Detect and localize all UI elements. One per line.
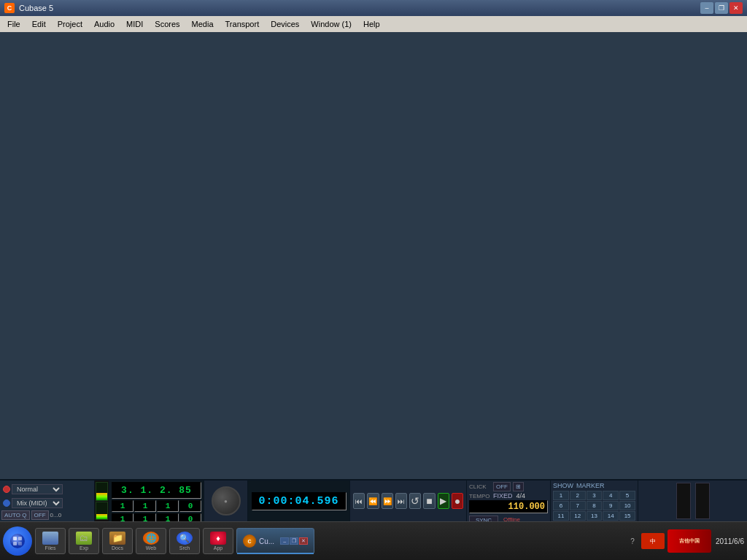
click-label: CLICK [469, 483, 491, 490]
marker-2[interactable]: 2 [570, 491, 586, 500]
menu-project[interactable]: Project [52, 18, 88, 30]
system-clock: 2011/6/6 [716, 537, 744, 546]
menu-devices[interactable]: Devices [265, 18, 305, 30]
jog-scrub: ● [204, 481, 248, 521]
close-button[interactable]: ✕ [729, 2, 743, 14]
marker-8[interactable]: 8 [587, 501, 603, 510]
rewind-to-start-button[interactable]: ⏮ [353, 493, 365, 509]
menu-transport[interactable]: Transport [220, 18, 266, 30]
marker-9[interactable]: 9 [603, 501, 619, 510]
taskbar-app-explorer[interactable]: 🗂 Exp [69, 528, 99, 554]
channel2-icon [3, 499, 10, 507]
taskbar-restore-icon[interactable]: ❐ [290, 537, 298, 545]
timecode-display: 0:00:04.596 [248, 481, 350, 521]
marker-12[interactable]: 12 [570, 511, 586, 521]
menu-audio[interactable]: Audio [88, 18, 120, 30]
marker-5[interactable]: 5 [619, 491, 635, 500]
rewind-button[interactable]: ⏪ [367, 493, 379, 509]
taskbar-app-browser[interactable]: 🌐 Web [136, 528, 166, 554]
svg-rect-3 [13, 542, 17, 545]
meter-fill-left [96, 493, 107, 499]
position-main-display[interactable]: 3. 1. 2. 85 [112, 482, 201, 499]
autoq-row: AUTO Q OFF 0...0 [1, 510, 93, 520]
position-display: 3. 1. 2. 85 1 1 1 0 1 1 1 0 [109, 481, 204, 521]
markers-section: SHOW MARKER 1 2 3 4 5 6 7 8 9 10 11 12 1… [551, 481, 638, 521]
tempo-section: CLICK OFF ⊞ TEMPO FIXED 4/4 110.000 SYNC… [467, 481, 551, 521]
fast-forward-button[interactable]: ⏩ [382, 493, 393, 509]
taskbar-app-folder[interactable]: Files [35, 528, 66, 554]
channel1-dropdown[interactable]: Normal Touch Auto Latch [12, 484, 63, 494]
menu-window[interactable]: Window (1) [305, 18, 357, 30]
channel2-dropdown[interactable]: Mix (MIDI) Normal [12, 498, 63, 508]
marker-3[interactable]: 3 [587, 491, 603, 500]
taskbar-app-search[interactable]: 🔍 Srch [169, 528, 200, 554]
record-button[interactable]: ● [452, 493, 463, 509]
mini-fader-1[interactable] [676, 483, 691, 519]
taskbar-close-icon[interactable]: ✕ [299, 537, 308, 545]
marker-4[interactable]: 4 [603, 491, 619, 500]
pos-tick: 1 [157, 500, 179, 512]
taskbar-active-cubase[interactable]: C Cu... – ❐ ✕ [236, 528, 314, 554]
channel-strip-1: Normal Touch Auto Latch [1, 482, 93, 497]
menu-edit[interactable]: Edit [26, 18, 52, 30]
pos-bar: 1 [112, 500, 133, 512]
transport-bar: Normal Touch Auto Latch Mix (MIDI) Norma… [0, 479, 747, 521]
timecode-value[interactable]: 0:00:04.596 [252, 492, 347, 510]
click-extra-button[interactable]: ⊞ [513, 482, 524, 491]
menu-scores[interactable]: Scores [149, 18, 185, 30]
autoq-button[interactable]: AUTO Q [1, 510, 30, 520]
marker-10[interactable]: 10 [619, 501, 635, 510]
show-label: SHOW [553, 482, 573, 489]
menu-midi[interactable]: MIDI [120, 18, 149, 30]
marker-header: SHOW MARKER [553, 482, 635, 489]
marker-13[interactable]: 13 [587, 511, 603, 521]
start-button[interactable] [3, 526, 32, 556]
click-off-button[interactable]: OFF [493, 482, 511, 491]
pos-sub: 0 [179, 500, 201, 512]
play-button[interactable]: ▶ [438, 493, 449, 509]
mini-fader-2[interactable] [695, 483, 710, 519]
taskbar-cubase-label: Cu... [259, 537, 274, 545]
jog-wheel[interactable]: ● [212, 486, 241, 516]
transport-right [638, 481, 747, 521]
minimize-button[interactable]: – [700, 2, 713, 14]
autoq-off-button[interactable]: OFF [31, 510, 49, 520]
taskbar-minimize-icon[interactable]: – [280, 537, 289, 545]
guitar-china-logo[interactable]: 吉他中国 [667, 529, 711, 553]
menu-file[interactable]: File [1, 18, 26, 30]
clock-date: 2011/6/6 [716, 537, 744, 546]
marker-6[interactable]: 6 [553, 501, 569, 510]
taskbar-app-docs[interactable]: 📁 Docs [102, 528, 133, 554]
marker-11[interactable]: 11 [553, 511, 569, 521]
taskbar-app-extra[interactable]: ♦ App [203, 528, 233, 554]
restore-button[interactable]: ❐ [715, 2, 728, 14]
workspace [0, 32, 747, 484]
cubase-taskbar-icon: C [243, 534, 256, 548]
lang-label: 中 [650, 537, 656, 545]
stop-button[interactable]: ■ [423, 493, 435, 509]
taskbar-right: ? 中 吉他中国 2011/6/6 [627, 529, 744, 553]
cycle-button[interactable]: ↺ [409, 493, 421, 509]
tempo-value[interactable]: 110.000 [469, 500, 548, 513]
menu-help[interactable]: Help [357, 18, 386, 30]
meter-fill-right [96, 514, 107, 519]
meter-bar-left [96, 482, 108, 501]
transport-controls: ⏮ ⏪ ⏩ ⏭ ↺ ■ ▶ ● [350, 481, 467, 521]
window-title: Cubase 5 [19, 4, 700, 12]
channel1-icon [3, 486, 10, 493]
position-secondary: 1 1 1 0 [112, 500, 201, 512]
marker-1[interactable]: 1 [553, 491, 569, 500]
svg-rect-2 [18, 537, 22, 540]
marker-7[interactable]: 7 [570, 501, 586, 510]
tray-icon-help[interactable]: ? [627, 535, 638, 547]
tray-lang-icon[interactable]: 中 [641, 533, 665, 549]
menu-media[interactable]: Media [186, 18, 220, 30]
guitar-china-text: 吉他中国 [679, 537, 700, 545]
marker-14[interactable]: 14 [603, 511, 619, 521]
svg-point-0 [10, 534, 25, 548]
forward-to-end-button[interactable]: ⏭ [395, 493, 407, 509]
autoq-status: 0...0 [50, 512, 62, 518]
time-sig: 4/4 [516, 492, 526, 499]
system-tray: ? 中 吉他中国 [627, 529, 711, 553]
marker-15[interactable]: 15 [619, 511, 635, 521]
